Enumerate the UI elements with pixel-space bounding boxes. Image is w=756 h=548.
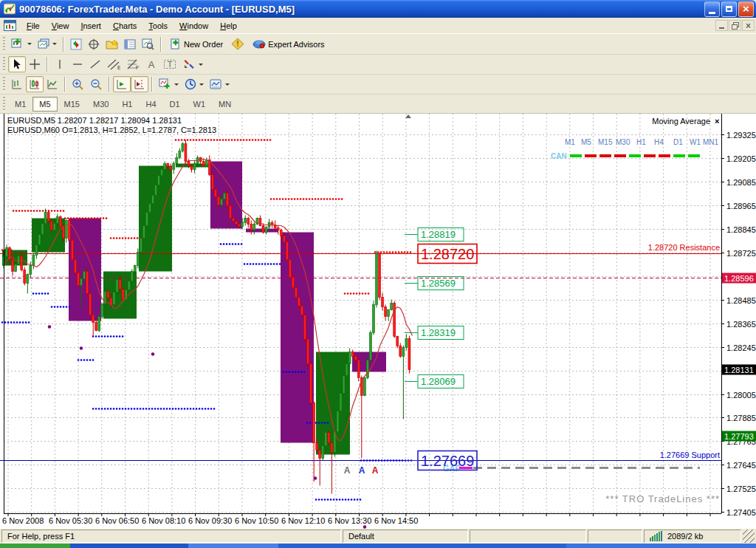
timeframe-h4-button[interactable]: H4 [139,97,162,112]
text-button[interactable]: A [142,56,160,72]
strategy-tester-icon [142,38,154,50]
arrows-button[interactable] [179,56,206,72]
new-order-button[interactable]: New Order [165,36,228,52]
timeframe-m5-button[interactable]: M5 [32,97,57,112]
auto-scroll-button[interactable] [113,76,131,92]
trendline-icon [89,58,101,70]
metaeditor-icon: ! [231,38,244,50]
svg-text:1.29085: 1.29085 [726,178,756,187]
svg-text:F: F [136,65,139,70]
fibonacci-button[interactable]: F [123,56,142,72]
svg-text:6 Nov 08:10: 6 Nov 08:10 [142,516,185,525]
timeframe-w1-button[interactable]: W1 [187,97,213,112]
taskbar-segment [566,544,756,548]
periods-button[interactable] [182,76,207,92]
equidistant-channel-icon: E [107,58,120,70]
toolbar-grip[interactable] [3,57,5,72]
new-chart-icon [11,38,24,50]
svg-text:*** TRO TradeLines ***: *** TRO TradeLines *** [605,493,720,504]
minimize-button[interactable] [704,1,720,17]
svg-text:MN1: MN1 [703,138,719,146]
status-help-text: For Help, press F1 [7,532,75,541]
connection-bars-icon [650,531,663,541]
menu-item-charts[interactable]: Charts [107,19,142,32]
mtf-indicator-layer: M1M5M15M30H1H4D1W1MN1CAN [551,138,719,160]
app-icon [4,3,16,15]
svg-text:1.28596: 1.28596 [724,274,754,283]
status-template[interactable]: Default [343,530,468,543]
timeframe-d1-button[interactable]: D1 [163,97,187,112]
chart-shift-icon [134,78,145,90]
zoom-out-button[interactable] [87,76,106,92]
text-icon: A [146,58,157,70]
market-watch-button[interactable] [67,36,85,52]
indicator-close-button[interactable]: × [715,117,719,126]
timeframe-m15-button[interactable]: M15 [58,97,86,112]
bar-chart-button[interactable] [8,76,26,92]
toolbar-grip[interactable] [3,37,5,52]
vertical-line-button[interactable] [51,56,69,72]
new-chart-button[interactable] [8,36,35,52]
menu-item-window[interactable]: Window [173,19,214,32]
toolbar-grip[interactable] [3,97,5,112]
toolbar-grip[interactable] [3,77,5,92]
line-chart-button[interactable] [44,76,61,92]
resize-grip[interactable] [743,530,755,543]
data-window-button[interactable] [85,36,103,52]
zoom-in-button[interactable] [69,76,87,92]
svg-text:1.28245: 1.28245 [726,343,756,352]
cursor-button[interactable] [8,56,26,72]
maximize-button[interactable] [721,1,737,17]
cursor-icon [12,58,22,70]
chart-shift-button[interactable] [131,76,148,92]
price-axis[interactable]: 1.293251.292051.290851.289651.288451.287… [721,131,756,517]
svg-text:1.28720: 1.28720 [421,246,474,262]
svg-text:M1: M1 [565,138,575,146]
menu-item-view[interactable]: View [46,19,75,32]
text-label-button[interactable]: T [160,56,179,72]
dropdown-caret [199,64,203,66]
trendline-button[interactable] [86,56,104,72]
equidistant-channel-button[interactable]: E [104,56,123,72]
crosshair-button[interactable] [26,56,44,72]
dropdown-caret [225,83,230,86]
application-window: 90078606: ForexTrader.Meta - Demo Accoun… [0,0,756,548]
chart-canvas[interactable]: AAAGAP1.288191.287201.285691.283191.2806… [0,114,756,529]
svg-text:CAN: CAN [551,152,567,160]
navigator-button[interactable] [103,36,121,52]
strategy-tester-button[interactable] [139,36,157,52]
timeframe-m30-button[interactable]: M30 [86,97,115,112]
status-connection: 2089/2 kb [644,530,741,543]
dropdown-caret [199,83,204,86]
time-axis[interactable]: 6 Nov 20086 Nov 05:306 Nov 06:506 Nov 08… [2,513,710,525]
profiles-button[interactable] [35,36,60,52]
minimize-icon [709,12,715,14]
menu-item-file[interactable]: File [21,19,46,32]
child-restore-button[interactable] [729,20,741,31]
toolbar-separator [63,37,64,52]
horizontal-line-button[interactable] [69,56,86,72]
toolbar-separator [109,77,110,92]
timeframe-m1-button[interactable]: M1 [8,97,32,112]
metaeditor-button[interactable]: ! [228,36,247,52]
chart-window-icon[interactable] [4,20,16,31]
child-minimize-button[interactable] [715,20,728,31]
child-close-button[interactable]: × [742,20,755,31]
expert-advisors-button[interactable]: Expert Advisors [247,36,329,52]
expert-advisors-label: Expert Advisors [268,40,324,49]
templates-button[interactable] [207,76,233,92]
terminal-button[interactable] [121,36,139,52]
svg-text:M5: M5 [581,138,591,146]
indicators-button[interactable] [156,76,182,92]
candlestick-chart-button[interactable] [26,76,44,92]
svg-text:1.27405: 1.27405 [726,508,756,517]
svg-text:1.29205: 1.29205 [726,154,756,163]
svg-text:E: E [117,65,120,70]
timeframe-mn-button[interactable]: MN [212,97,238,112]
menu-item-help[interactable]: Help [214,19,243,32]
timeframe-h1-button[interactable]: H1 [115,97,139,112]
menu-item-insert[interactable]: Insert [75,19,107,32]
menu-item-tools[interactable]: Tools [142,19,173,32]
close-button[interactable]: × [738,1,754,17]
maximize-icon [726,6,732,12]
